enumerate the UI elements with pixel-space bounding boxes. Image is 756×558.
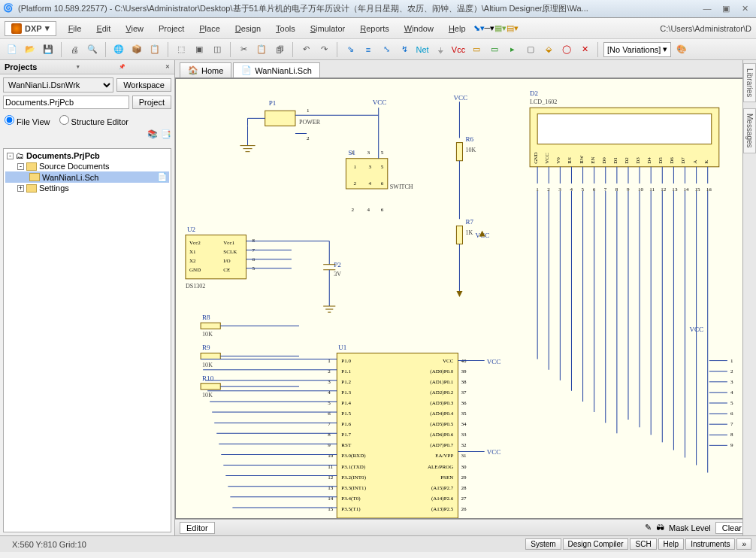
workspace-button[interactable]: Workspace [116, 78, 171, 92]
cut-icon[interactable]: ✂ [236, 42, 251, 57]
menu-help[interactable]: Help [441, 24, 473, 33]
part-icon[interactable]: ▭ [469, 42, 484, 57]
structure-editor-radio[interactable]: Structure Editor [59, 115, 129, 126]
svg-text:33: 33 [461, 432, 467, 438]
svg-marker-41 [456, 291, 462, 297]
harness-icon[interactable]: ◯ [559, 42, 574, 57]
workspace-select[interactable]: WanNianLi.DsnWrk [3, 77, 113, 92]
svg-text:VCC: VCC [453, 94, 467, 102]
netlabel-icon[interactable]: Net [415, 42, 430, 57]
close-button[interactable]: ✕ [736, 4, 753, 14]
panel-tool1-icon[interactable]: 📚 [147, 129, 158, 139]
svg-text:8: 8 [730, 432, 733, 438]
status-system[interactable]: System [525, 538, 561, 550]
paste-icon[interactable]: 📋 [254, 42, 269, 57]
panel-close-icon[interactable]: ✕ [165, 64, 170, 70]
svg-text:(AD2)P0.2: (AD2)P0.2 [430, 390, 454, 396]
panel-tool2-icon[interactable]: 📑 [161, 129, 171, 139]
tool1-icon[interactable]: 🌐 [111, 42, 126, 57]
tab-home[interactable]: 🏠 Home [180, 62, 231, 77]
svg-text:(AD3)P0.3: (AD3)P0.3 [430, 400, 454, 406]
svg-text:P3.2(INT0): P3.2(INT0) [341, 475, 366, 481]
new-icon[interactable]: 📄 [5, 42, 20, 57]
port-icon[interactable]: ⬙ [541, 42, 556, 57]
bus-icon[interactable]: ≡ [361, 42, 376, 57]
menu-view[interactable]: View [118, 24, 151, 33]
svg-text:1: 1 [307, 108, 310, 114]
noerc-icon[interactable]: ✕ [577, 42, 592, 57]
filter-icon[interactable]: ✎ [645, 523, 652, 532]
device-icon[interactable]: ▢ [523, 42, 538, 57]
dxp-menu[interactable]: DXP ▾ [5, 21, 56, 36]
schematic-canvas[interactable]: .w { stroke:#2040a0; stroke-width:1; fil… [175, 78, 756, 519]
signal-icon[interactable]: ↯ [397, 42, 412, 57]
projects-tree[interactable]: -🗂 Documents.PrjPcb - Source Documents W… [3, 148, 171, 532]
svg-text:10K: 10K [202, 331, 213, 338]
svg-text:P1.7: P1.7 [341, 432, 351, 438]
duplicate-icon[interactable]: 🗐 [272, 42, 287, 57]
svg-text:R7: R7 [466, 218, 474, 226]
variations-combo[interactable]: [No Variations] ▾ [603, 42, 671, 57]
undo-icon[interactable]: ↶ [298, 42, 313, 57]
project-button[interactable]: Project [132, 96, 171, 109]
svg-text:P3.5(T1): P3.5(T1) [341, 506, 361, 512]
zoom-area-icon[interactable]: ⬚ [174, 42, 189, 57]
menu-tools[interactable]: Tools [268, 24, 303, 33]
tree-root[interactable]: -🗂 Documents.PrjPcb [5, 150, 169, 161]
toolbar-sheet-icon[interactable]: ▦▾ [494, 23, 507, 33]
status-help[interactable]: Help [658, 538, 685, 550]
panel-dropdown-icon[interactable]: ▾ [77, 64, 80, 70]
status-more-icon[interactable]: » [736, 538, 751, 550]
toolbar-part-icon[interactable]: ▤▾ [507, 23, 519, 33]
status-design-compiler[interactable]: Design Compiler [563, 538, 629, 550]
open-icon[interactable]: 📂 [23, 42, 38, 57]
menu-simulator[interactable]: Simulator [303, 24, 352, 33]
menu-file[interactable]: File [61, 24, 89, 33]
project-input[interactable] [3, 96, 129, 109]
preview-icon[interactable]: 🔍 [85, 42, 100, 57]
mask-icon[interactable]: 🕶 [656, 523, 664, 532]
svg-text:2: 2 [353, 180, 356, 187]
sheet-entry-icon[interactable]: ▸ [505, 42, 520, 57]
svg-text:26: 26 [461, 506, 467, 512]
gnd-icon[interactable]: ⏚ [433, 42, 448, 57]
messages-tab[interactable]: Messages [743, 108, 756, 153]
maximize-button[interactable]: ▣ [718, 4, 734, 14]
svg-rect-148 [201, 384, 220, 390]
menu-project[interactable]: Project [151, 24, 192, 33]
tool3-icon[interactable]: 📋 [147, 42, 162, 57]
menu-design[interactable]: Design [228, 24, 268, 33]
svg-rect-34 [456, 143, 462, 161]
busent-icon[interactable]: ⤡ [379, 42, 394, 57]
minimize-button[interactable]: — [699, 4, 715, 13]
svg-text:(A14)P2.6: (A14)P2.6 [431, 496, 454, 502]
tree-source-documents[interactable]: - Source Documents [5, 161, 169, 171]
tool2-icon[interactable]: 📦 [129, 42, 144, 57]
status-sch[interactable]: SCH [630, 538, 656, 550]
zoom-fit-icon[interactable]: ▣ [192, 42, 207, 57]
redo-icon[interactable]: ↷ [316, 42, 331, 57]
status-instruments[interactable]: Instruments [685, 538, 735, 550]
panel-pin-icon[interactable]: 📌 [119, 64, 125, 70]
tree-file-wannianli[interactable]: WanNianLi.Sch📄 [5, 171, 169, 183]
menu-window[interactable]: Window [397, 24, 441, 33]
wire-icon[interactable]: ⇘ [343, 42, 358, 57]
print-icon[interactable]: 🖨 [67, 42, 82, 57]
zoom-sel-icon[interactable]: ◫ [210, 42, 225, 57]
toolbar-arrow-icon[interactable]: ⬊▾ [473, 23, 485, 33]
save-icon[interactable]: 💾 [41, 42, 56, 57]
menu-edit[interactable]: Edit [89, 24, 118, 33]
toolbar-line-icon[interactable]: ─▾ [485, 23, 495, 33]
menu-place[interactable]: Place [192, 24, 228, 33]
tool-end-icon[interactable]: 🎨 [674, 42, 689, 57]
libraries-tab[interactable]: Libraries [743, 63, 756, 102]
vcc-icon[interactable]: Vcc [451, 42, 466, 57]
menu-reports[interactable]: Reports [352, 24, 397, 33]
window-buttons: — ▣ ✕ [699, 4, 753, 14]
sheet-icon[interactable]: ▭ [487, 42, 502, 57]
tab-schematic[interactable]: 📄 WanNianLi.Sch [233, 62, 319, 77]
file-view-radio[interactable]: File View [5, 115, 50, 126]
svg-text:RST: RST [341, 442, 352, 448]
tree-settings[interactable]: + Settings [5, 183, 169, 193]
editor-tab[interactable]: Editor [180, 522, 215, 534]
